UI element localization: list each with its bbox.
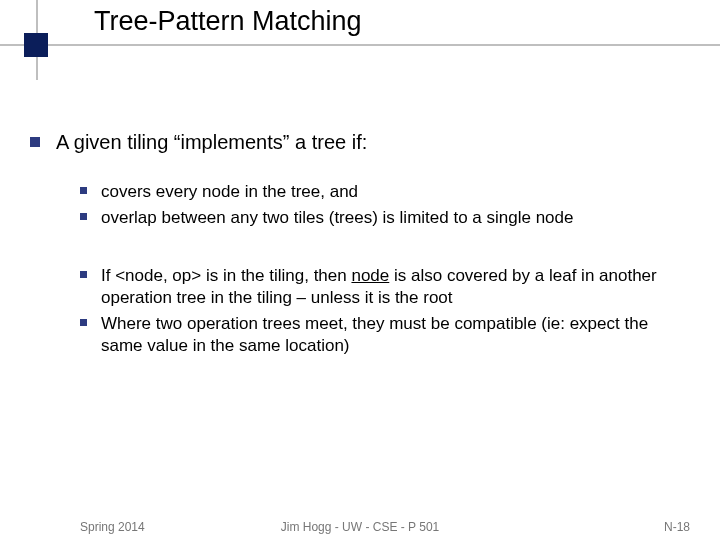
square-bullet-icon bbox=[80, 213, 87, 220]
lead-text: A given tiling “implements” a tree if: bbox=[56, 130, 367, 155]
list-item: A given tiling “implements” a tree if: bbox=[30, 130, 690, 155]
square-bullet-icon bbox=[80, 271, 87, 278]
square-bullet-icon bbox=[30, 137, 40, 147]
sub-text-c-pre: If <node, op> is in the tiling, then bbox=[101, 266, 351, 285]
title-area: Tree-Pattern Matching bbox=[0, 0, 720, 70]
slide-body: A given tiling “implements” a tree if: c… bbox=[30, 130, 690, 362]
list-item: overlap between any two tiles (trees) is… bbox=[80, 207, 690, 229]
square-bullet-icon bbox=[80, 319, 87, 326]
list-item: Where two operation trees meet, they mus… bbox=[80, 313, 690, 357]
sub-text-b: overlap between any two tiles (trees) is… bbox=[101, 207, 573, 229]
list-item: covers every node in the tree, and bbox=[80, 181, 690, 203]
slide: Tree-Pattern Matching A given tiling “im… bbox=[0, 0, 720, 540]
sub-list: covers every node in the tree, and overl… bbox=[80, 181, 690, 358]
title-horizontal-rule bbox=[0, 44, 720, 46]
square-bullet-icon bbox=[80, 187, 87, 194]
sub-text-c: If <node, op> is in the tiling, then nod… bbox=[101, 265, 690, 309]
footer-center: Jim Hogg - UW - CSE - P 501 bbox=[0, 520, 720, 534]
sub-text-c-underlined: node bbox=[351, 266, 389, 285]
sub-text-a: covers every node in the tree, and bbox=[101, 181, 358, 203]
sub-text-d: Where two operation trees meet, they mus… bbox=[101, 313, 690, 357]
footer-right: N-18 bbox=[664, 520, 690, 534]
slide-title: Tree-Pattern Matching bbox=[94, 6, 362, 37]
list-item: If <node, op> is in the tiling, then nod… bbox=[80, 265, 690, 309]
title-corner-square-icon bbox=[24, 33, 48, 57]
